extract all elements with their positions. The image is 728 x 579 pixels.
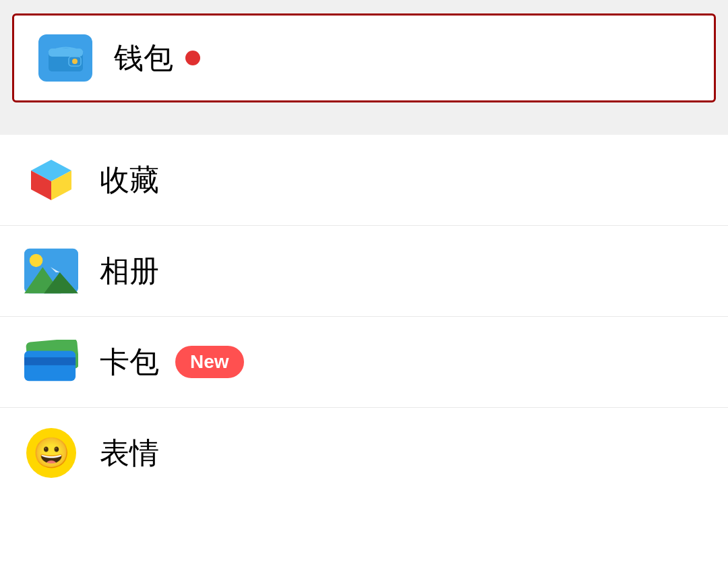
emoji-icon: 😀 <box>24 429 78 477</box>
wallet-notification-dot <box>185 51 200 65</box>
wallet-section[interactable]: 钱包 <box>12 13 716 102</box>
menu-list: 收藏 相册 <box>0 135 728 579</box>
menu-item-cardbag[interactable]: 卡包 New <box>0 317 728 408</box>
menu-item-album[interactable]: 相册 <box>0 226 728 317</box>
wallet-icon <box>38 34 92 82</box>
new-badge: New <box>175 346 244 378</box>
svg-point-8 <box>30 254 43 268</box>
svg-rect-14 <box>24 357 75 365</box>
album-icon <box>24 247 78 295</box>
svg-point-3 <box>72 59 78 64</box>
page-container: 钱包 收藏 <box>0 0 728 579</box>
cardbag-label: 卡包 <box>100 342 159 382</box>
cardbag-icon <box>24 338 78 386</box>
collection-icon <box>24 156 78 204</box>
svg-rect-13 <box>24 351 75 381</box>
collection-label: 收藏 <box>100 160 159 200</box>
menu-item-collection[interactable]: 收藏 <box>0 135 728 226</box>
section-divider <box>0 116 728 135</box>
emoji-label: 表情 <box>100 433 159 473</box>
menu-item-emoji[interactable]: 😀 表情 <box>0 408 728 498</box>
album-label: 相册 <box>100 251 159 291</box>
wallet-label: 钱包 <box>114 38 173 78</box>
emoji-face: 😀 <box>26 428 76 478</box>
